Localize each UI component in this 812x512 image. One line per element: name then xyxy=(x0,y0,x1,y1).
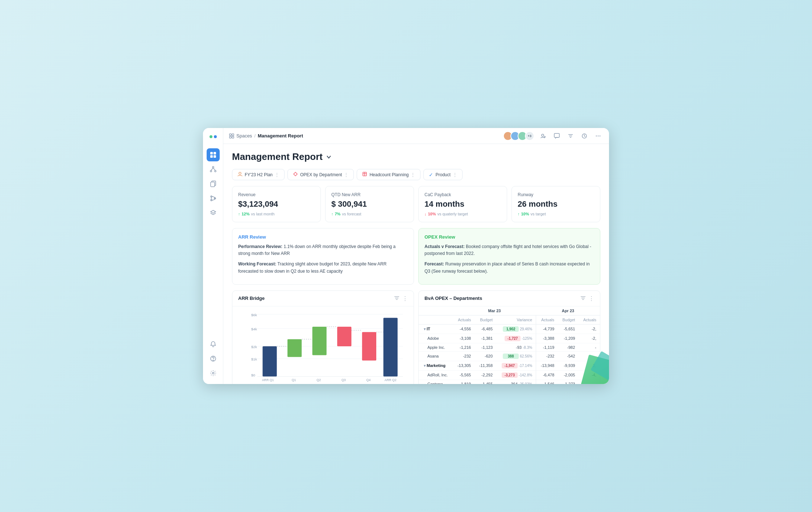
svg-point-17 xyxy=(213,360,214,361)
kpi-runway-desc: vs target xyxy=(531,212,546,216)
kpi-revenue-label: Revenue xyxy=(238,192,315,197)
view-tabs: FY'23 H2 Plan ⋮ OPEX by Department ⋮ xyxy=(232,169,600,180)
bottom-row: ARR Bridge ⋮ xyxy=(232,290,600,384)
tab-fy23[interactable]: FY'23 H2 Plan ⋮ xyxy=(232,169,285,180)
col-mar-budget: Budget xyxy=(475,315,496,324)
sidebar-settings[interactable] xyxy=(207,367,220,380)
kpi-arr-desc: vs forecast xyxy=(342,212,361,216)
arr-bridge-filter-icon[interactable] xyxy=(394,295,399,302)
tab-headcount[interactable]: Headcount Planning ⋮ xyxy=(357,169,420,180)
svg-rect-53 xyxy=(287,339,302,357)
bva-opex-more-icon[interactable]: ⋮ xyxy=(589,295,594,302)
table-row: AdRoll, Inc.-5,565-2,292-3,273 -142.8%-6… xyxy=(419,370,600,380)
title-chevron-icon[interactable] xyxy=(326,154,332,160)
tab-opex[interactable]: OPEX by Department ⋮ xyxy=(287,169,354,180)
opex-review-p2-text: Runway preservation in place ahead of Se… xyxy=(424,261,590,273)
sidebar-item-layers[interactable] xyxy=(207,206,220,219)
tab-opex-icon xyxy=(293,172,298,178)
sidebar-bottom xyxy=(207,338,220,380)
bva-opex-card: BvA OPEX – Departments ⋮ xyxy=(418,290,600,384)
sidebar-item-branch[interactable] xyxy=(207,192,220,205)
svg-rect-22 xyxy=(232,136,234,138)
add-user-button[interactable] xyxy=(538,131,548,141)
svg-text:Q3: Q3 xyxy=(341,378,346,382)
tab-product-more[interactable]: ⋮ xyxy=(453,172,457,177)
col-sub-name xyxy=(419,315,453,324)
main: Spaces / Management Report +3 xyxy=(223,128,609,384)
svg-rect-55 xyxy=(312,327,327,355)
kpi-cac-pct: 10% xyxy=(428,212,436,216)
tab-opex-more[interactable]: ⋮ xyxy=(344,172,348,177)
svg-point-18 xyxy=(212,372,214,374)
svg-point-6 xyxy=(215,170,216,172)
svg-point-32 xyxy=(598,135,599,136)
topbar-right: +3 xyxy=(503,131,603,141)
tab-product[interactable]: ✓ Product ⋮ xyxy=(423,169,462,180)
table-row: ▾Marketing-13,305-11,358-1,947 -17.14%-1… xyxy=(419,361,600,370)
svg-text:$6k: $6k xyxy=(251,313,257,317)
svg-point-5 xyxy=(210,170,212,172)
col-apr-budget: Budget xyxy=(558,315,579,324)
more-options-button[interactable] xyxy=(593,131,603,141)
col-mar-variance: Variance xyxy=(496,315,536,324)
svg-rect-57 xyxy=(337,327,351,346)
bva-opex-title: BvA OPEX – Departments xyxy=(424,296,580,301)
tab-product-check-icon: ✓ xyxy=(429,172,433,178)
sidebar-item-hierarchy[interactable] xyxy=(207,163,220,176)
svg-rect-20 xyxy=(232,134,234,136)
sidebar-help[interactable] xyxy=(207,352,220,365)
sidebar-item-grid[interactable] xyxy=(207,148,220,161)
svg-rect-19 xyxy=(229,134,231,136)
arr-bridge-title: ARR Bridge xyxy=(238,296,394,301)
bva-opex-header: BvA OPEX – Departments ⋮ xyxy=(419,291,600,306)
arr-review-p1: Performance Review: 1.1% down on ARR mon… xyxy=(238,243,408,257)
svg-point-34 xyxy=(239,172,241,174)
kpi-cac-desc: vs quaterly target xyxy=(438,212,468,216)
svg-text:$1k: $1k xyxy=(251,357,257,361)
arr-review-p2: Working Forecast: Tracking slight above … xyxy=(238,261,408,274)
bva-opex-filter-icon[interactable] xyxy=(580,295,586,302)
sidebar xyxy=(203,128,223,384)
kpi-revenue-value: $3,123,094 xyxy=(238,199,315,209)
arr-bridge-chart: $6k $4k $2k $1k $0 xyxy=(232,306,414,384)
comment-button[interactable] xyxy=(552,131,562,141)
arr-bridge-header: ARR Bridge ⋮ xyxy=(232,291,414,306)
kpi-runway: Runway 26 months ↑ 10% vs target xyxy=(511,186,600,222)
tab-headcount-more[interactable]: ⋮ xyxy=(411,172,415,177)
svg-rect-26 xyxy=(554,133,559,137)
svg-text:Q2: Q2 xyxy=(316,378,321,382)
tab-headcount-label: Headcount Planning xyxy=(369,172,409,177)
breadcrumb-current: Management Report xyxy=(258,133,303,139)
col-header-name xyxy=(419,306,453,315)
svg-point-31 xyxy=(596,135,597,136)
kpi-arr: QTD New ARR $ 300,941 ↑ 7% vs forecast xyxy=(325,186,414,222)
svg-point-23 xyxy=(542,134,544,136)
opex-review-p1: Actuals v Forecast: Booked company offsi… xyxy=(424,243,594,257)
kpi-arr-label: QTD New ARR xyxy=(331,192,408,197)
kpi-runway-trend: ↑ 10% vs target xyxy=(518,212,594,216)
opex-review-box: OPEX Review Actuals v Forecast: Booked c… xyxy=(418,228,600,285)
kpi-runway-label: Runway xyxy=(518,192,594,197)
tab-headcount-icon xyxy=(362,172,367,178)
sidebar-item-copy[interactable] xyxy=(207,177,220,190)
svg-rect-59 xyxy=(362,332,376,360)
kpi-runway-pct: 10% xyxy=(521,212,529,216)
svg-text:$2k: $2k xyxy=(251,345,257,349)
sidebar-notifications[interactable] xyxy=(207,338,220,351)
tab-opex-label: OPEX by Department xyxy=(300,172,342,177)
history-button[interactable] xyxy=(579,131,589,141)
tab-fy23-more[interactable]: ⋮ xyxy=(275,172,279,177)
kpi-revenue-desc: vs last month xyxy=(251,212,275,216)
svg-line-7 xyxy=(211,168,213,170)
kpi-revenue-trend: ↑ 12% vs last month xyxy=(238,212,315,216)
col-apr-actuals2: Actuals xyxy=(579,315,600,324)
svg-rect-2 xyxy=(210,155,213,158)
svg-rect-61 xyxy=(384,318,398,376)
svg-text:$0: $0 xyxy=(251,373,255,377)
filter-button[interactable] xyxy=(566,131,576,141)
bva-opex-actions: ⋮ xyxy=(580,295,594,302)
breadcrumb-sep: / xyxy=(254,133,256,139)
arr-bridge-more-icon[interactable]: ⋮ xyxy=(402,295,408,302)
kpi-row: Revenue $3,123,094 ↑ 12% vs last month Q… xyxy=(232,186,600,222)
topbar: Spaces / Management Report +3 xyxy=(223,128,609,144)
